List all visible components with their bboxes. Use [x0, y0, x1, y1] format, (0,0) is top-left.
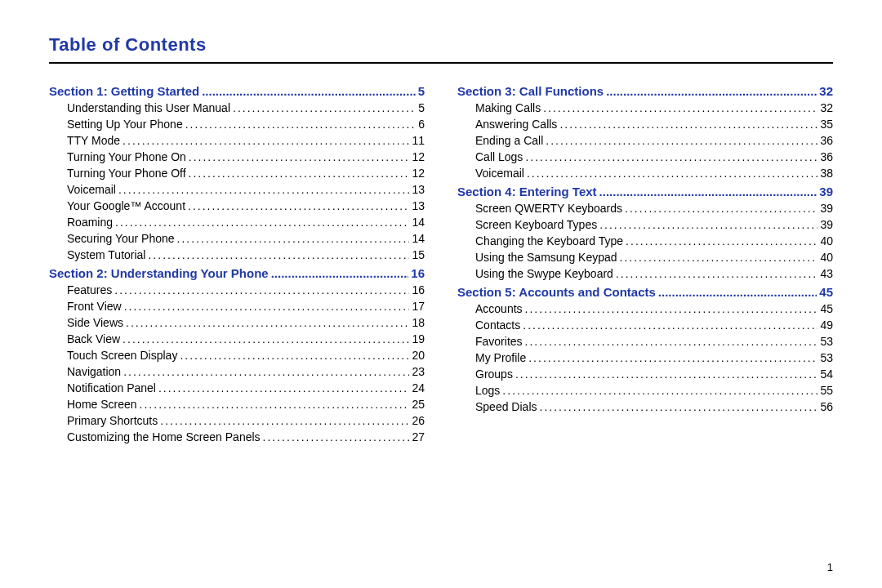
toc-section-row[interactable]: Section 5: Accounts and Contacts .......… — [457, 286, 833, 298]
toc-entry-page: 6 — [418, 118, 425, 130]
toc-entry-label: System Tutorial — [67, 249, 145, 261]
toc-entry-page: 25 — [412, 399, 425, 410]
toc-entry-row[interactable]: Customizing the Home Screen Panels .....… — [49, 431, 425, 443]
toc-entry-page: 16 — [412, 284, 425, 296]
toc-entry-row[interactable]: Voicemail ..............................… — [457, 167, 833, 179]
toc-entry-page: 36 — [820, 135, 833, 146]
toc-entry-page: 39 — [820, 203, 833, 214]
toc-leader: ........................................… — [515, 368, 818, 380]
toc-leader: ........................................… — [122, 135, 409, 146]
toc-entry-page: 12 — [412, 151, 425, 163]
toc-entry-row[interactable]: Turning Your Phone On ..................… — [49, 151, 425, 163]
toc-entry-row[interactable]: Making Calls ...........................… — [457, 102, 833, 114]
toc-entry-row[interactable]: Groups .................................… — [457, 368, 833, 380]
toc-entry-row[interactable]: Screen QWERTY Keyboards ................… — [457, 203, 833, 214]
toc-entry-row[interactable]: Primary Shortcuts ......................… — [49, 415, 425, 426]
toc-leader: ........................................… — [523, 319, 817, 331]
toc-entry-row[interactable]: TTY Mode ...............................… — [49, 135, 425, 146]
toc-entry-page: 43 — [820, 268, 833, 279]
toc-entry-row[interactable]: Accounts ...............................… — [457, 303, 833, 314]
toc-section-row[interactable]: Section 2: Understanding Your Phone ....… — [49, 267, 425, 279]
toc-entry-row[interactable]: Side Views .............................… — [49, 317, 425, 328]
toc-section-label: Section 5: Accounts and Contacts — [457, 286, 656, 298]
toc-entry-page: 38 — [820, 167, 833, 179]
toc-entry-page: 27 — [412, 431, 425, 443]
toc-entry-row[interactable]: Ending a Call ..........................… — [457, 135, 833, 146]
toc-leader: ........................................… — [188, 200, 409, 212]
toc-entry-row[interactable]: Features ...............................… — [49, 284, 425, 296]
toc-entry-page: 24 — [412, 382, 425, 394]
toc-section-page: 39 — [819, 185, 833, 198]
toc-entry-page: 40 — [820, 235, 833, 247]
toc-leader: ........................................… — [140, 399, 410, 410]
toc-entry-label: Changing the Keyboard Type — [475, 235, 623, 247]
toc-section-label: Section 1: Getting Started — [49, 85, 199, 97]
toc-entry-row[interactable]: Using the Swype Keyboard ...............… — [457, 268, 833, 279]
toc-entry-row[interactable]: Roaming ................................… — [49, 216, 425, 228]
toc-leader: ........................................… — [525, 336, 818, 347]
toc-entry-row[interactable]: Turning Your Phone Off .................… — [49, 167, 425, 179]
toc-section-row[interactable]: Section 1: Getting Started .............… — [49, 85, 425, 97]
toc-entry-row[interactable]: Touch Screen Display ...................… — [49, 350, 425, 361]
toc-entry-row[interactable]: Securing Your Phone ....................… — [49, 233, 425, 244]
toc-entry-row[interactable]: My Profile .............................… — [457, 352, 833, 363]
toc-section-label: Section 4: Entering Text — [457, 185, 597, 198]
toc-entry-page: 15 — [412, 249, 425, 261]
toc-column: Section 1: Getting Started .............… — [49, 78, 425, 448]
toc-entry-row[interactable]: Your Google™ Account ...................… — [49, 200, 425, 212]
toc-entry-row[interactable]: Notification Panel .....................… — [49, 382, 425, 394]
toc-entry-label: Front View — [67, 301, 122, 312]
toc-entry-label: Navigation — [67, 366, 121, 377]
toc-columns: Section 1: Getting Started .............… — [49, 78, 833, 448]
toc-leader: ........................................… — [599, 185, 817, 198]
toc-leader: ........................................… — [559, 118, 817, 130]
toc-leader: ........................................… — [189, 167, 410, 179]
toc-entry-row[interactable]: Setting Up Your Phone ..................… — [49, 118, 425, 130]
toc-entry-page: 56 — [820, 401, 833, 412]
toc-leader: ........................................… — [114, 284, 409, 296]
toc-entry-page: 14 — [412, 216, 425, 228]
toc-entry-row[interactable]: Speed Dials ............................… — [457, 401, 833, 412]
toc-entry-page: 13 — [412, 200, 425, 212]
toc-section-row[interactable]: Section 4: Entering Text ...............… — [457, 185, 833, 198]
toc-section-page: 32 — [819, 85, 833, 97]
toc-leader: ........................................… — [148, 249, 409, 261]
toc-entry-row[interactable]: Logs ...................................… — [457, 385, 833, 396]
toc-entry-label: Using the Swype Keyboard — [475, 268, 613, 279]
toc-section-label: Section 2: Understanding Your Phone — [49, 267, 269, 279]
toc-entry-label: Using the Samsung Keypad — [475, 252, 617, 263]
toc-entry-row[interactable]: System Tutorial ........................… — [49, 249, 425, 261]
toc-entry-row[interactable]: Using the Samsung Keypad ...............… — [457, 252, 833, 263]
toc-leader: ........................................… — [185, 118, 416, 130]
toc-entry-row[interactable]: Navigation .............................… — [49, 366, 425, 377]
toc-entry-row[interactable]: Screen Keyboard Types ..................… — [457, 219, 833, 230]
toc-leader: ........................................… — [626, 235, 817, 247]
toc-entry-row[interactable]: Voicemail ..............................… — [49, 184, 425, 195]
toc-entry-row[interactable]: Call Logs ..............................… — [457, 151, 833, 163]
toc-leader: ........................................… — [625, 203, 817, 214]
toc-entry-row[interactable]: Changing the Keyboard Type .............… — [457, 235, 833, 247]
toc-entry-page: 53 — [820, 352, 833, 363]
toc-entry-row[interactable]: Back View ..............................… — [49, 333, 425, 345]
toc-leader: ........................................… — [658, 286, 817, 298]
toc-entry-label: Home Screen — [67, 399, 137, 410]
toc-section-row[interactable]: Section 3: Call Functions ..............… — [457, 85, 833, 97]
toc-section-label: Section 3: Call Functions — [457, 85, 604, 97]
toc-entry-row[interactable]: Understanding this User Manual .........… — [49, 102, 425, 114]
toc-entry-label: TTY Mode — [67, 135, 120, 146]
toc-entry-row[interactable]: Front View .............................… — [49, 301, 425, 312]
toc-entry-label: Call Logs — [475, 151, 523, 163]
toc-leader: ........................................… — [158, 382, 409, 394]
toc-entry-page: 26 — [412, 415, 425, 426]
toc-entry-label: Contacts — [475, 319, 520, 331]
toc-entry-row[interactable]: Home Screen ............................… — [49, 399, 425, 410]
toc-entry-row[interactable]: Answering Calls ........................… — [457, 118, 833, 130]
toc-entry-label: Logs — [475, 385, 500, 396]
toc-leader: ........................................… — [202, 85, 415, 97]
toc-entry-page: 17 — [412, 301, 425, 312]
toc-leader: ........................................… — [263, 431, 410, 443]
toc-entry-row[interactable]: Favorites ..............................… — [457, 336, 833, 347]
toc-entry-row[interactable]: Contacts ...............................… — [457, 319, 833, 331]
toc-leader: ........................................… — [180, 350, 409, 361]
toc-entry-page: 45 — [820, 303, 833, 314]
